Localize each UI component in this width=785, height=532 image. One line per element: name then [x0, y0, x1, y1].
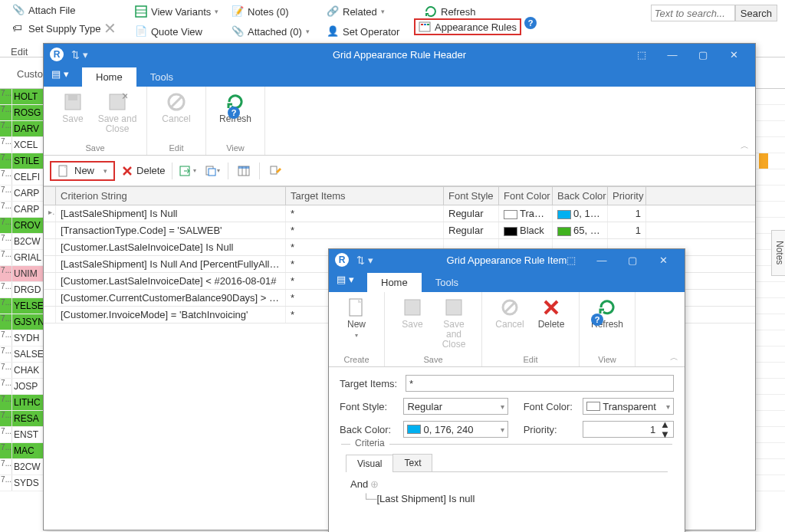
font-color-label: Font Color: — [524, 401, 583, 412]
col-fontcolor[interactable]: Font Color — [499, 187, 553, 205]
export-icon[interactable]: ▾ — [179, 163, 197, 179]
svg-rect-20 — [238, 166, 249, 169]
tab-text[interactable]: Text — [392, 454, 432, 471]
bg-column-header: Custo — [17, 68, 43, 80]
collapse-ribbon-icon[interactable]: ︿ — [741, 140, 749, 152]
search-box: Search — [651, 5, 777, 21]
file-menu-icon[interactable]: ▤ ▾ — [51, 68, 69, 80]
search-input[interactable] — [651, 5, 735, 21]
rule-form: Target Items: Font Style: Regular▾ Font … — [329, 367, 685, 518]
col-priority[interactable]: Priority — [608, 187, 646, 205]
svg-rect-3 — [419, 22, 430, 31]
window-pin-icon[interactable]: ⬚ — [626, 44, 657, 65]
svg-rect-24 — [446, 300, 461, 315]
cancel-button[interactable]: Cancel — [490, 295, 530, 341]
tab-visual[interactable]: Visual — [346, 455, 393, 472]
set-operator-button[interactable]: 👤Set Operator — [322, 23, 404, 40]
table-row[interactable]: ▸[LastSaleShipment] Is Null*RegularTran.… — [44, 205, 755, 222]
copy-icon[interactable]: ▾ — [203, 163, 222, 179]
window-title: Grid Appearance Rule Header — [333, 49, 466, 61]
delete-button[interactable]: Delete — [121, 165, 166, 177]
new-icon — [57, 165, 70, 177]
svg-rect-5 — [424, 24, 426, 25]
svg-line-26 — [504, 302, 515, 313]
help-icon[interactable]: ? — [591, 314, 603, 326]
col-fontstyle[interactable]: Font Style — [444, 187, 499, 205]
maximize-icon[interactable]: ▢ — [617, 249, 648, 271]
criteria-and-operator[interactable]: And ⊕ — [350, 479, 379, 490]
collapse-ribbon-icon[interactable]: ︿ — [670, 352, 678, 363]
attached-button[interactable]: 📎Attached (0) ▾ — [227, 23, 314, 40]
color-swatch — [407, 425, 421, 434]
quick-access-icon[interactable]: ⇅ ▾ — [356, 255, 373, 266]
save-close-button[interactable]: Save and Close — [434, 295, 474, 352]
minimize-icon[interactable]: — — [586, 249, 617, 271]
cancel-icon — [166, 92, 186, 112]
tag-icon: 🏷 — [12, 22, 25, 34]
set-supply-type-button[interactable]: 🏷Set Supply Type — [8, 20, 105, 37]
svg-text:✕: ✕ — [121, 92, 127, 102]
group-label-view: View — [226, 143, 245, 155]
font-style-label: Font Style: — [340, 401, 403, 412]
notes-side-tab[interactable]: Notes — [771, 230, 785, 276]
delete-button[interactable]: Delete — [531, 295, 571, 341]
help-icon[interactable]: ? — [228, 107, 240, 119]
col-target[interactable]: Target Items — [286, 187, 444, 205]
cancel-icon — [501, 298, 519, 317]
new-button[interactable]: New▾ — [50, 161, 115, 181]
svg-line-12 — [171, 97, 182, 107]
tab-home[interactable]: Home — [367, 273, 422, 292]
search-button[interactable]: Search — [735, 5, 777, 21]
font-style-select[interactable]: Regular▾ — [403, 398, 507, 415]
font-color-select[interactable]: Transparent▾ — [583, 398, 674, 415]
col-criterion[interactable]: Criterion String — [56, 187, 286, 205]
attach-file-button[interactable]: 📎Attach File — [8, 2, 105, 18]
appearance-rules-button[interactable]: Appearance Rules — [414, 18, 521, 35]
save-close-icon: ✕ — [107, 92, 127, 112]
minimize-icon[interactable]: — — [657, 44, 688, 65]
priority-input[interactable]: 1▲▼ — [583, 421, 674, 438]
user-icon: 👤 — [327, 25, 339, 38]
ribbon: New▾ Create Save Save and Close Save Can… — [329, 292, 685, 367]
help-icon[interactable]: ? — [524, 17, 537, 29]
maximize-icon[interactable]: ▢ — [688, 44, 718, 65]
related-button[interactable]: 🔗Related ▾ — [322, 3, 404, 20]
criteria-group: Criteria Visual Text And ⊕ └─[Last Shipm… — [341, 444, 672, 511]
col-backcolor[interactable]: Back Color — [553, 187, 608, 205]
close-icon[interactable]: ✕ — [648, 249, 678, 271]
view-variants-button[interactable]: View Variants ▾ — [130, 3, 223, 20]
svg-rect-0 — [136, 6, 146, 17]
svg-rect-23 — [405, 300, 420, 315]
target-items-input[interactable] — [406, 375, 674, 392]
save-close-icon — [445, 298, 463, 317]
paperclip-icon: 📎 — [12, 4, 25, 16]
quote-view-button[interactable]: 📄Quote View — [130, 23, 223, 40]
tab-tools[interactable]: Tools — [422, 273, 472, 292]
ribbon-tabs: ▤ ▾ Home Tools — [44, 65, 755, 87]
tab-home[interactable]: Home — [82, 67, 136, 87]
app-logo-icon: R — [335, 253, 349, 267]
new-button[interactable]: New▾ — [337, 295, 376, 341]
new-icon — [347, 297, 366, 317]
refresh-button[interactable]: Refresh — [420, 3, 481, 20]
edit-layout-icon[interactable] — [266, 163, 284, 179]
close-icon[interactable]: ✕ — [718, 44, 749, 65]
edit-group-label: Edit — [11, 46, 28, 57]
cancel-button[interactable]: Cancel — [155, 90, 198, 136]
grid-icon — [135, 5, 147, 18]
notes-button[interactable]: 📝Notes (0) — [227, 3, 314, 20]
file-menu-icon[interactable]: ▤ ▾ — [337, 274, 354, 285]
close-icon[interactable]: ✕ — [103, 19, 117, 38]
back-color-select[interactable]: 0, 176, 240▾ — [403, 421, 507, 438]
save-button[interactable]: Save — [392, 295, 432, 352]
window-title: Grid Appearance Rule Item — [447, 255, 567, 266]
columns-icon[interactable] — [235, 163, 253, 179]
tab-tools[interactable]: Tools — [136, 67, 187, 87]
quick-access-icon[interactable]: ⇅ ▾ — [71, 49, 88, 61]
table-row[interactable]: [TransactionType.Code] = 'SALWEB'*Regula… — [44, 222, 755, 239]
save-button[interactable]: Save — [51, 90, 94, 136]
save-close-button[interactable]: ✕Save and Close — [96, 90, 139, 136]
app-logo-icon: R — [50, 48, 64, 61]
criteria-condition[interactable]: └─[Last Shipment] Is null — [363, 493, 663, 504]
group-label-edit: Edit — [524, 355, 538, 366]
